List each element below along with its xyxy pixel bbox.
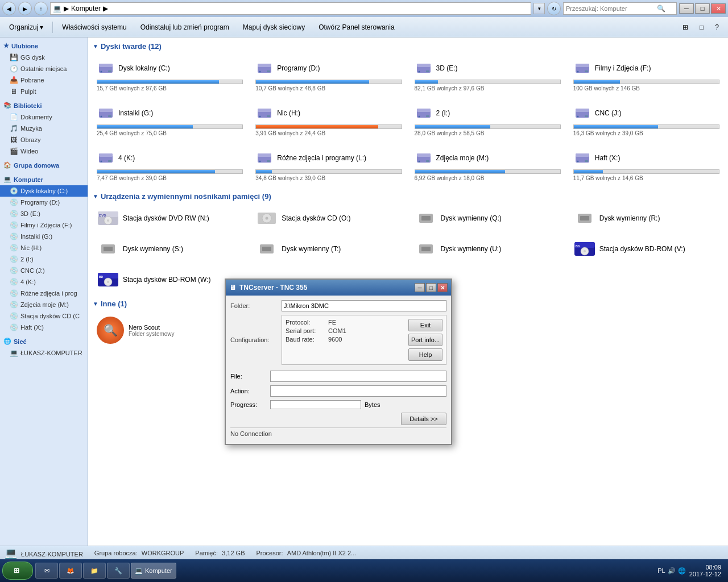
protocol-label: Protocol:	[286, 319, 328, 326]
start-button[interactable]: ⊞	[2, 562, 33, 580]
sidebar-item-4-k[interactable]: 💿 4 (K:)	[0, 276, 88, 288]
sidebar-item-cnc-j[interactable]: 💿 CNC (J:)	[0, 265, 88, 276]
minimize-button[interactable]: ─	[679, 3, 694, 14]
sidebar-item-filmy-f[interactable]: 💿 Filmy i Zdjęcia (F:)	[0, 219, 88, 231]
sidebar-item-dysk-c[interactable]: 💿 Dysk lokalny (C:)	[0, 185, 88, 197]
removable-item-n[interactable]: DVD Stacja dysków DVD RW (N:)	[93, 205, 247, 231]
removable-item-u[interactable]: Dysk wymienny (U:)	[411, 236, 565, 262]
sidebar-item-rozne-l[interactable]: 💿 Różne zdjęcia i prog	[0, 288, 88, 299]
dialog-maximize-button[interactable]: □	[426, 283, 436, 292]
drive-item-k[interactable]: 4 (K:) 7,47 GB wolnych z 39,0 GB	[93, 145, 247, 185]
details-button[interactable]: Details >>	[401, 413, 446, 425]
map-drive-button[interactable]: Mapuj dysk sieciowy	[238, 20, 309, 35]
removable-item-t[interactable]: Dysk wymienny (T:)	[251, 236, 406, 262]
forward-button[interactable]: ▶	[18, 2, 32, 15]
removable-item-r[interactable]: Dysk wymienny (R:)	[569, 205, 723, 231]
hard-drives-header[interactable]: ▼ Dyski twarde (12)	[93, 42, 723, 51]
taskbar-icon-firefox[interactable]: 🦊	[59, 563, 82, 579]
usb-t-icon	[255, 240, 278, 258]
sidebar-header-grupa[interactable]: 🏠 Grupa domowa	[0, 159, 88, 171]
drive-item-f[interactable]: Filmy i Zdjęcia (F:) 100 GB wolnych z 14…	[569, 55, 723, 95]
drive-item-l[interactable]: Różne zdjęcia i programy (L:) 34,8 GB wo…	[251, 145, 406, 185]
removable-item-o[interactable]: Stacja dysków CD (O:)	[251, 205, 406, 231]
removable-item-q[interactable]: Dysk wymienny (Q:)	[411, 205, 565, 231]
taskbar-icon-app1[interactable]: 🔧	[107, 563, 130, 579]
drive-item-j[interactable]: CNC (J:) 16,3 GB wolnych z 39,0 GB	[569, 100, 723, 140]
sidebar-header-favorites[interactable]: ★ Ulubione	[0, 40, 88, 52]
uninstall-button[interactable]: Odinstaluj lub zmień program	[136, 20, 234, 35]
drive-item-c[interactable]: Dysk lokalny (C:) 15,7 GB wolnych z 97,6…	[93, 55, 247, 95]
nero-icon: 🔍	[97, 317, 124, 344]
drive-item-e[interactable]: 3D (E:) 82,1 GB wolnych z 97,6 GB	[411, 55, 565, 95]
sidebar-item-3d-e[interactable]: 💿 3D (E:)	[0, 208, 88, 219]
sidebar-item-instalki-g[interactable]: 💿 Instalki (G:)	[0, 231, 88, 242]
system-props-button[interactable]: Właściwości systemu	[57, 20, 131, 35]
drive-icon-c	[97, 59, 115, 77]
folder-field[interactable]: J:\Mikron 3DMC	[282, 300, 446, 311]
sidebar-item-programy-d[interactable]: 💿 Programy (D:)	[0, 197, 88, 208]
sidebar-header-biblioteki[interactable]: 📚 Biblioteki	[0, 99, 88, 111]
drive-space-j: 16,3 GB wolnych z 39,0 GB	[573, 130, 719, 136]
help-button[interactable]: ?	[710, 20, 723, 35]
up-button[interactable]: ↑	[34, 2, 48, 15]
sidebar-item-gg-dysk[interactable]: 💾 GG dysk	[0, 52, 88, 63]
sidebar-item-muzyka[interactable]: 🎵 Muzyka	[0, 123, 88, 134]
search-bar[interactable]: 🔍	[563, 2, 677, 15]
address-dropdown[interactable]: ▾	[533, 3, 545, 14]
preview-button[interactable]: □	[695, 20, 708, 35]
exit-button[interactable]: Exit	[408, 319, 442, 331]
sidebar-item-nic-h[interactable]: 💿 Nic (H:)	[0, 242, 88, 253]
organize-button[interactable]: Organizuj ▾	[5, 20, 48, 35]
port-info-button[interactable]: Port info...	[408, 334, 442, 346]
address-bar[interactable]: 💻 ▶ Komputer ▶	[50, 2, 531, 15]
sidebar-item-pulpit[interactable]: 🖥 Pulpit	[0, 86, 88, 97]
removable-item-v[interactable]: BD Stacja dysków BD-ROM (V:)	[569, 236, 723, 262]
sidebar-header-komputer[interactable]: 💻 Komputer	[0, 173, 88, 185]
view-button[interactable]: ⊞	[678, 20, 693, 35]
sidebar-item-haft-x[interactable]: 💿 Haft (X:)	[0, 322, 88, 333]
back-button[interactable]: ◀	[2, 2, 16, 15]
taskbar-icon-mail[interactable]: ✉	[35, 563, 58, 579]
drive-name-c: Dysk lokalny (C:)	[118, 64, 170, 72]
address-arrow: ▶	[103, 5, 108, 13]
sidebar-item-lukasz[interactable]: 💻 ŁUKASZ-KOMPUTER	[0, 347, 88, 359]
action-field[interactable]	[270, 385, 446, 397]
drive-item-x[interactable]: Haft (X:) 11,7 GB wolnych z 14,6 GB	[569, 145, 723, 185]
drive-item-h[interactable]: Nic (H:) 3,91 GB wolnych z 24,4 GB	[251, 100, 406, 140]
sidebar-header-siec[interactable]: 🌐 Sieć	[0, 335, 88, 347]
sidebar-item-pobrane[interactable]: 📥 Pobrane	[0, 74, 88, 86]
removable-item-w[interactable]: BD Stacja dysków BD-ROM (W:)	[93, 267, 247, 293]
taskbar-icon-explorer[interactable]: 📁	[83, 563, 106, 579]
open-panel-button[interactable]: Otwórz Panel sterowania	[314, 20, 399, 35]
sidebar-item-stacja-cd[interactable]: 💿 Stacja dysków CD (C	[0, 310, 88, 322]
drive-item-g[interactable]: Instalki (G:) 25,4 GB wolnych z 75,0 GB	[93, 100, 247, 140]
pobrane-label: Pobrane	[20, 77, 44, 84]
drive-top-f: Filmy i Zdjęcia (F:)	[573, 59, 719, 77]
sidebar-item-ostatnie[interactable]: 🕐 Ostatnie miejsca	[0, 63, 88, 74]
drive-item-m[interactable]: Zdjęcia moje (M:) 6,92 GB wolnych z 18,0…	[411, 145, 565, 185]
help-button[interactable]: Help	[408, 348, 442, 361]
dialog-minimize-button[interactable]: ─	[415, 283, 425, 292]
sidebar-item-zdjecia-m[interactable]: 💿 Zdjęcia moje (M:)	[0, 299, 88, 310]
drive-name-g: Instalki (G:)	[118, 109, 153, 117]
sidebar-item-dokumenty[interactable]: 📄 Dokumenty	[0, 111, 88, 123]
maximize-button[interactable]: □	[695, 3, 710, 14]
details-row: Details >>	[230, 413, 446, 425]
close-button[interactable]: ✕	[711, 3, 726, 14]
sidebar-item-obrazy[interactable]: 🖼 Obrazy	[0, 134, 88, 146]
taskbar-item-komputer[interactable]: 💻 Komputer	[131, 563, 176, 579]
removable-item-s[interactable]: Dysk wymienny (S:)	[93, 236, 247, 262]
tncserver-dialog[interactable]: 🖥 TNCserver - TNC 355 ─ □ ✕ Folder: J:\M…	[225, 278, 452, 445]
dialog-close-button[interactable]: ✕	[437, 283, 448, 292]
removable-header[interactable]: ▼ Urządzenia z wymiennymi nośnikami pami…	[93, 192, 723, 201]
drive-item-i[interactable]: 2 (I:) 28,0 GB wolnych z 58,5 GB	[411, 100, 565, 140]
file-field[interactable]	[270, 371, 446, 382]
svg-point-27	[418, 116, 420, 118]
inne-item-nero[interactable]: 🔍 Nero Scout Folder systemowy	[93, 313, 179, 348]
refresh-button[interactable]: ↻	[547, 2, 561, 15]
sidebar-item-wideo[interactable]: 🎬 Wideo	[0, 146, 88, 157]
drive-name-x: Haft (X:)	[595, 154, 621, 162]
search-input[interactable]	[566, 5, 657, 12]
sidebar-item-2-i[interactable]: 💿 2 (I:)	[0, 253, 88, 265]
drive-item-d[interactable]: Programy (D:) 10,7 GB wolnych z 48,8 GB	[251, 55, 406, 95]
